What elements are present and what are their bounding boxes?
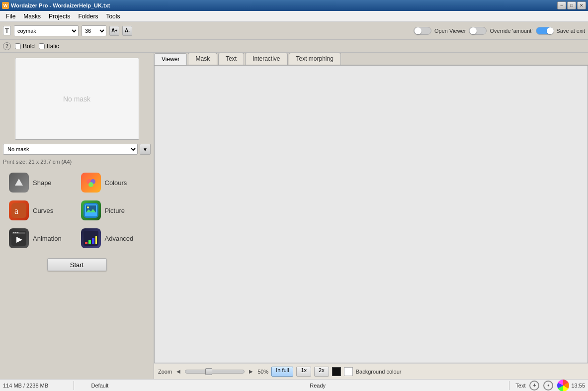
- tab-viewer[interactable]: Viewer: [154, 53, 187, 65]
- italic-checkbox[interactable]: [39, 43, 45, 49]
- font-size-selector[interactable]: 36: [82, 25, 106, 36]
- memory-status: 114 MB / 2238 MB: [3, 383, 68, 389]
- zoom-1x-button[interactable]: 1x: [296, 367, 311, 377]
- colours-button[interactable]: Colours: [79, 171, 147, 195]
- svg-rect-20: [92, 238, 94, 244]
- save-at-exit-toggle[interactable]: [536, 27, 554, 35]
- status-bar: 114 MB / 2238 MB Default Ready Text + ● …: [0, 379, 588, 391]
- system-clock: 13:55: [571, 383, 585, 389]
- font-increase-button[interactable]: A+: [109, 26, 119, 36]
- zoom-slider-thumb[interactable]: [205, 368, 212, 375]
- tab-mask[interactable]: Mask: [188, 53, 217, 65]
- tabs-area: Viewer Mask Text Interactive Text morphi…: [154, 53, 588, 379]
- status-divider-2: [126, 381, 126, 390]
- colours-label: Colours: [105, 179, 127, 187]
- tray-area: 13:55: [557, 380, 585, 391]
- svg-rect-18: [85, 242, 87, 244]
- svg-rect-19: [88, 240, 91, 244]
- zoom-left-arrow[interactable]: ◀: [175, 368, 182, 375]
- tab-text[interactable]: Text: [218, 53, 244, 65]
- zoom-in-icon[interactable]: +: [529, 381, 539, 391]
- zoom-percent: 50%: [257, 369, 268, 375]
- tab-interactive[interactable]: Interactive: [245, 53, 287, 65]
- status-divider-3: [509, 381, 509, 390]
- window-controls: – □ ✕: [557, 1, 586, 9]
- svg-rect-21: [95, 236, 97, 244]
- advanced-label: Advanced: [105, 235, 134, 242]
- svg-point-3: [88, 182, 93, 187]
- svg-rect-14: [15, 232, 16, 233]
- picture-button[interactable]: Picture: [79, 198, 147, 222]
- advanced-icon: [81, 228, 101, 248]
- photos-tray-icon: [557, 380, 569, 391]
- status-divider-1: [74, 381, 74, 390]
- animation-button[interactable]: Animation: [7, 226, 75, 250]
- help-icon[interactable]: ?: [3, 42, 11, 50]
- save-at-exit-group: Save at exit: [536, 27, 585, 35]
- bold-checkbox-group: Bold: [15, 43, 35, 50]
- menu-projects[interactable]: Projects: [45, 12, 74, 21]
- animation-icon: [9, 228, 29, 248]
- zoom-bar: Zoom ◀ ▶ 50% In full 1x 2x Background co…: [154, 363, 588, 379]
- mask-preview-text: No mask: [63, 95, 90, 103]
- restore-button[interactable]: □: [567, 1, 576, 9]
- window-title: Wordaizer Pro - WordaizerHelp_UK.txt: [11, 2, 110, 8]
- title-bar: W Wordaizer Pro - WordaizerHelp_UK.txt –…: [0, 0, 588, 11]
- text-status-label: Text: [515, 383, 525, 389]
- zoom-2x-button[interactable]: 2x: [314, 367, 329, 377]
- tab-text-morphing[interactable]: Text morphing: [289, 53, 341, 65]
- mask-dropdown-button[interactable]: ▼: [140, 144, 151, 155]
- bold-checkbox[interactable]: [15, 43, 21, 49]
- left-panel: No mask No mask ▼ Print size: 21 x 29.7 …: [0, 53, 154, 379]
- icon-buttons-grid: Shape Colours a: [3, 171, 151, 250]
- shape-button[interactable]: Shape: [7, 171, 75, 195]
- menu-file[interactable]: File: [2, 12, 19, 21]
- viewer-canvas: [154, 65, 588, 363]
- curves-button[interactable]: a Curves: [7, 198, 75, 222]
- svg-marker-0: [15, 179, 23, 186]
- tabs-bar: Viewer Mask Text Interactive Text morphi…: [154, 53, 588, 65]
- font-name-selector[interactable]: coymak: [14, 25, 79, 36]
- shape-label: Shape: [33, 179, 52, 187]
- override-amount-label: Override 'amount': [490, 28, 532, 34]
- mask-dropdown-row: No mask ▼: [3, 144, 151, 155]
- svg-rect-15: [17, 232, 18, 233]
- override-amount-group: Override 'amount': [469, 27, 532, 35]
- font-type-icon: T: [3, 26, 11, 35]
- svg-text:a: a: [14, 206, 18, 216]
- italic-checkbox-group: Italic: [39, 43, 59, 50]
- zoom-right-arrow[interactable]: ▶: [248, 368, 254, 375]
- font-decrease-button[interactable]: A-: [122, 26, 132, 36]
- save-at-exit-label: Save at exit: [557, 28, 585, 34]
- default-status: Default: [80, 383, 120, 389]
- advanced-button[interactable]: Advanced: [79, 226, 147, 250]
- open-viewer-group: Open Viewer: [414, 27, 466, 35]
- in-full-button[interactable]: In full: [271, 367, 293, 377]
- close-button[interactable]: ✕: [577, 1, 586, 9]
- zoom-slider-track[interactable]: [185, 370, 245, 374]
- start-button[interactable]: Start: [47, 258, 107, 271]
- override-amount-toggle[interactable]: [469, 27, 487, 35]
- svg-rect-4: [11, 203, 26, 218]
- zoom-label: Zoom: [158, 369, 172, 375]
- svg-rect-13: [13, 232, 14, 233]
- animation-label: Animation: [33, 235, 62, 242]
- mask-selector[interactable]: No mask: [3, 144, 138, 155]
- minimize-button[interactable]: –: [557, 1, 566, 9]
- open-viewer-label: Open Viewer: [434, 28, 466, 34]
- menu-tools[interactable]: Tools: [102, 12, 124, 21]
- menu-folders[interactable]: Folders: [74, 12, 102, 21]
- picture-label: Picture: [105, 207, 125, 214]
- bg-color-label: Background colour: [356, 369, 402, 375]
- colours-icon: [81, 173, 101, 193]
- bg-color-white-swatch[interactable]: [344, 367, 353, 376]
- bg-color-black-swatch[interactable]: [332, 367, 341, 376]
- menu-masks[interactable]: Masks: [19, 12, 45, 21]
- svg-point-10: [87, 206, 89, 208]
- app-icon: W: [2, 2, 9, 9]
- open-viewer-toggle[interactable]: [414, 27, 431, 35]
- zoom-target-icon[interactable]: ●: [543, 381, 553, 391]
- main-content: No mask No mask ▼ Print size: 21 x 29.7 …: [0, 53, 588, 379]
- picture-icon: [81, 200, 101, 220]
- print-size-text: Print size: 21 x 29.7 cm (A4): [3, 159, 151, 165]
